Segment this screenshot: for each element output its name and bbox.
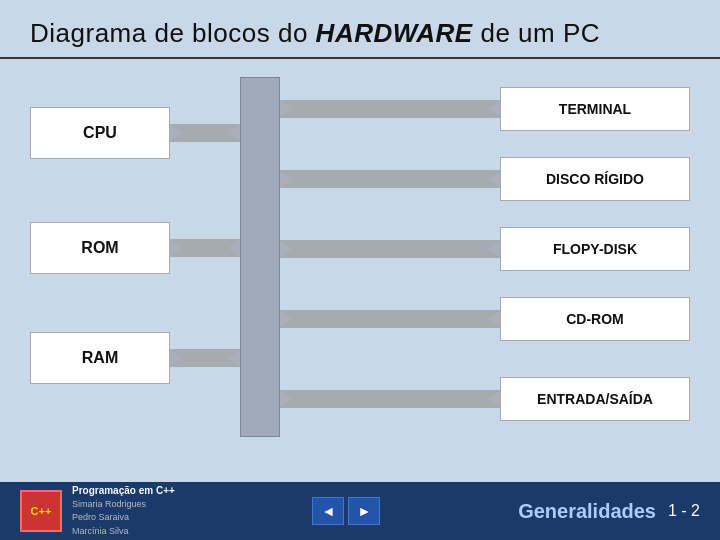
svg-marker-19 — [280, 311, 292, 327]
book-title: Programação em C++ — [72, 484, 175, 498]
footer-book-info: Programação em C++ Simaria RodriguesPedr… — [72, 484, 175, 539]
svg-marker-20 — [488, 311, 500, 327]
book-icon — [20, 490, 62, 532]
svg-marker-11 — [280, 101, 292, 117]
ram-box: RAM — [30, 332, 170, 384]
svg-marker-17 — [280, 241, 292, 257]
nav-next-button[interactable]: ► — [348, 497, 380, 525]
central-bus — [240, 77, 280, 437]
svg-marker-4 — [170, 240, 182, 256]
disco-box: DISCO RÍGIDO — [500, 157, 690, 201]
footer: Programação em C++ Simaria RodriguesPedr… — [0, 482, 720, 540]
svg-marker-1 — [170, 125, 182, 141]
book-authors: Simaria RodriguesPedro SaraivaMarcínia S… — [72, 498, 175, 539]
flopy-box: FLOPY-DISK — [500, 227, 690, 271]
title-italic: HARDWARE — [316, 18, 473, 48]
page-number: 1 - 2 — [668, 502, 700, 520]
nav-arrows[interactable]: ◄ ► — [312, 497, 380, 525]
title-area: Diagrama de blocos do HARDWARE de um PC — [0, 0, 720, 59]
section-label: Generalidades — [518, 500, 656, 523]
page-title: Diagrama de blocos do HARDWARE de um PC — [30, 18, 690, 49]
title-suffix: de um PC — [473, 18, 600, 48]
svg-marker-2 — [228, 125, 240, 141]
svg-marker-22 — [488, 391, 500, 407]
footer-left: Programação em C++ Simaria RodriguesPedr… — [20, 484, 175, 539]
rom-box: ROM — [30, 222, 170, 274]
cpu-box: CPU — [30, 107, 170, 159]
footer-right: Generalidades 1 - 2 — [518, 500, 700, 523]
cdrom-box: CD-ROM — [500, 297, 690, 341]
svg-marker-16 — [488, 241, 500, 257]
terminal-box: TERMINAL — [500, 87, 690, 131]
svg-marker-5 — [228, 240, 240, 256]
svg-marker-23 — [280, 391, 292, 407]
svg-marker-13 — [488, 171, 500, 187]
svg-marker-14 — [280, 171, 292, 187]
svg-marker-10 — [488, 101, 500, 117]
svg-marker-8 — [170, 350, 182, 366]
entrada-box: ENTRADA/SAÍDA — [500, 377, 690, 421]
block-diagram: CPU ROM RAM TERMINAL DISCO RÍGIDO — [30, 77, 690, 437]
svg-marker-7 — [228, 350, 240, 366]
title-prefix: Diagrama de blocos do — [30, 18, 316, 48]
nav-prev-button[interactable]: ◄ — [312, 497, 344, 525]
